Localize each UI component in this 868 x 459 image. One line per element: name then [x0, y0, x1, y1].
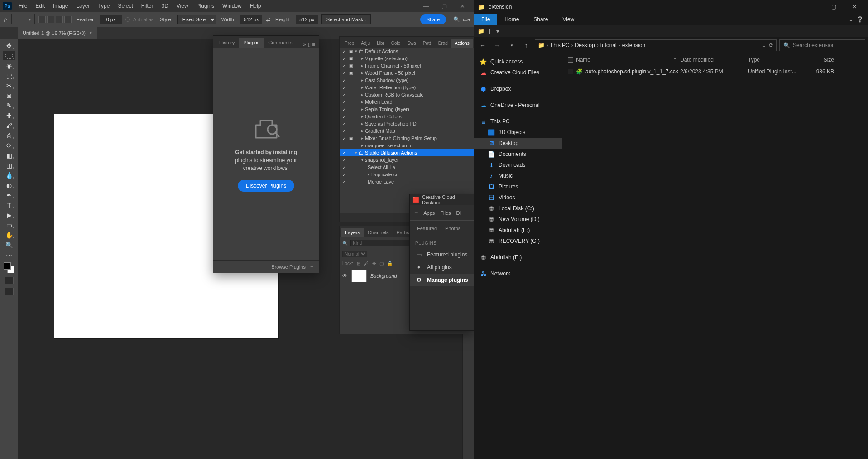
cc-item-all-plugins[interactable]: ✦ All plugins [410, 261, 474, 274]
lock-position-icon[interactable]: ✥ [372, 261, 376, 266]
breadcrumb-segment[interactable]: tutorial [600, 42, 617, 48]
ps-maximize-button[interactable]: ▢ [435, 1, 453, 10]
layer-visibility-icon[interactable]: 👁 [342, 273, 348, 279]
search-box[interactable]: 🔍 Search extension [779, 39, 865, 51]
shape-tool[interactable]: ▭▸ [3, 221, 15, 230]
ribbon-tab-share[interactable]: Share [526, 14, 555, 25]
action-row[interactable]: ✓Select All La [340, 164, 474, 171]
search-icon[interactable]: 🔍 [453, 16, 460, 23]
hand-tool[interactable]: ✋▸ [3, 231, 15, 240]
ribbon-tab-file[interactable]: File [474, 14, 497, 25]
tab-color[interactable]: Colo [388, 39, 404, 48]
header-checkbox[interactable] [568, 57, 573, 63]
action-check-icon[interactable]: ✓ [341, 49, 347, 54]
share-button[interactable]: Share [420, 14, 446, 24]
ribbon-help-icon[interactable]: ❔ [857, 16, 863, 23]
tree-item[interactable]: ♪Music [474, 170, 562, 181]
tree-item[interactable]: ⛃New Volume (D:) [474, 214, 562, 225]
lock-all-icon[interactable]: 🔒 [387, 261, 393, 266]
cc-nav-apps[interactable]: Apps [423, 210, 435, 216]
foreground-color-swatch[interactable] [4, 262, 11, 270]
chevron-right-icon[interactable]: ▸ [361, 85, 364, 90]
chevron-right-icon[interactable]: ▸ [361, 92, 364, 97]
chevron-right-icon[interactable]: ▸ [361, 114, 364, 119]
action-row[interactable]: ▸marquee_selection_ui [340, 142, 474, 149]
hamburger-icon[interactable]: ≡ [414, 209, 418, 217]
menu-3d[interactable]: 3D [157, 1, 172, 10]
menu-image[interactable]: Image [49, 1, 72, 10]
dodge-tool[interactable]: ◐▸ [3, 181, 15, 190]
action-check-icon[interactable]: ✓ [341, 71, 347, 76]
eyedropper-tool[interactable]: ✎▸ [3, 101, 15, 110]
layer-thumbnail[interactable] [351, 270, 367, 282]
action-check-icon[interactable]: ✓ [341, 158, 347, 163]
blend-mode-select[interactable]: Normal [342, 251, 367, 257]
col-size[interactable]: Size [807, 57, 843, 63]
quick-mask-toggle[interactable] [5, 277, 14, 284]
address-dropdown-icon[interactable]: ⌄ [762, 42, 766, 48]
action-dialog-icon[interactable]: ▣ [348, 136, 354, 140]
tab-libraries[interactable]: Libr [374, 39, 388, 48]
action-check-icon[interactable]: ✓ [341, 114, 347, 119]
tree-item[interactable]: ⬢Dropbox [474, 83, 562, 94]
discover-plugins-button[interactable]: Discover Plugins [238, 180, 294, 192]
ex-titlebar[interactable]: 📁 extension — ▢ ✕ [474, 0, 868, 14]
width-input[interactable] [240, 15, 262, 24]
tree-item[interactable]: 🖼Pictures [474, 181, 562, 192]
nav-back-button[interactable]: ← [477, 39, 489, 51]
tab-swatches[interactable]: Swa [404, 39, 419, 48]
blur-tool[interactable]: 💧▸ [3, 171, 15, 180]
pen-tool[interactable]: ✒▸ [3, 191, 15, 200]
cc-nav-files[interactable]: Files [440, 210, 451, 216]
action-row[interactable]: ✓▣▸Frame Channel - 50 pixel [340, 62, 474, 69]
ribbon-expand-icon[interactable]: ⌄ [849, 16, 853, 23]
lock-pixels-icon[interactable]: 🖌 [364, 261, 369, 266]
breadcrumb-segment[interactable]: This PC [550, 42, 570, 48]
file-checkbox[interactable] [568, 69, 573, 74]
menu-help[interactable]: Help [246, 1, 265, 10]
ribbon-tab-view[interactable]: View [555, 14, 581, 25]
action-dialog-icon[interactable]: ▣ [348, 63, 354, 68]
feather-input[interactable] [100, 15, 122, 24]
panel-menu-icon[interactable]: ≡ [312, 42, 315, 48]
menu-window[interactable]: Window [218, 1, 246, 10]
chevron-down-icon[interactable]: ▾ [355, 150, 357, 155]
browse-plugins-link[interactable]: Browse Plugins [271, 264, 306, 270]
col-type[interactable]: Type [748, 57, 807, 63]
tree-item[interactable]: ⛃Abdullah (E:) [474, 225, 562, 236]
action-check-icon[interactable]: ✓ [341, 107, 347, 112]
col-date[interactable]: Date modified [680, 57, 748, 63]
action-check-icon[interactable]: ✓ [341, 165, 347, 170]
chevron-down-icon[interactable]: ▾ [355, 49, 357, 53]
screen-mode-toggle[interactable] [5, 288, 14, 295]
chevron-right-icon[interactable]: ▸ [361, 121, 364, 126]
menu-filter[interactable]: Filter [137, 1, 158, 10]
action-row[interactable]: ✓▸Sepia Toning (layer) [340, 106, 474, 113]
action-check-icon[interactable]: ✓ [341, 63, 347, 68]
action-dialog-icon[interactable]: ▣ [348, 49, 354, 53]
menu-view[interactable]: View [173, 1, 192, 10]
selection-new[interactable] [38, 16, 46, 23]
swap-wh-icon[interactable]: ⇄ [266, 16, 270, 23]
marquee-tool-icon[interactable] [15, 14, 25, 24]
actions-list[interactable]: ✓▣▾🗀Default Actions✓▣▸Vignette (selectio… [340, 48, 474, 213]
cc-subnav-photos[interactable]: Photos [445, 226, 460, 231]
action-check-icon[interactable]: ✓ [341, 129, 347, 134]
chevron-right-icon[interactable]: ▸ [361, 136, 364, 140]
tree-item[interactable]: ⛃Abdullah (E:) [474, 252, 562, 263]
tab-layers[interactable]: Layers [341, 228, 364, 237]
path-select-tool[interactable]: ▶▸ [3, 211, 15, 220]
tab-channels[interactable]: Channels [364, 228, 392, 237]
cc-item-manage-plugins[interactable]: ⚙ Manage plugins [410, 274, 474, 286]
add-icon[interactable]: ＋ [309, 263, 314, 270]
history-brush-tool[interactable]: ⟳▸ [3, 141, 15, 150]
menu-plugins[interactable]: Plugins [192, 1, 218, 10]
action-check-icon[interactable]: ✓ [341, 121, 347, 126]
healing-brush-tool[interactable]: ✚▸ [3, 111, 15, 120]
tab-actions[interactable]: Actions [451, 39, 473, 48]
breadcrumb-segment[interactable]: extension [622, 42, 645, 48]
col-name[interactable]: Name ⌃ [562, 57, 680, 63]
ps-close-button[interactable]: ✕ [453, 1, 471, 10]
height-input[interactable] [296, 15, 318, 24]
type-tool[interactable]: T▸ [3, 201, 15, 210]
